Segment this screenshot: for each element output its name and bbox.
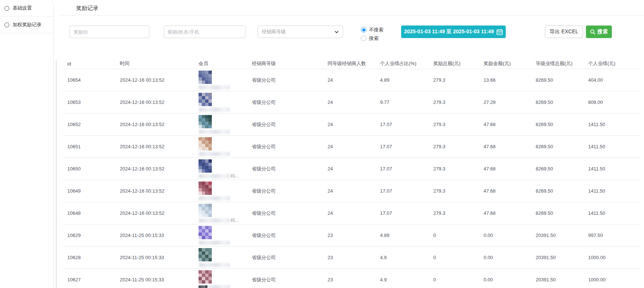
cell-id: 10653 — [64, 91, 116, 113]
member-avatar — [199, 159, 212, 173]
table-row: 10653 2024-12-16 00:13:52 省级分公司 24 9.77 … — [64, 91, 641, 113]
cell-dealer-level: 省级分公司 — [248, 69, 324, 91]
cell-personal-ratio: 4.9 — [376, 269, 430, 288]
member-name-blurred — [199, 262, 231, 267]
cell-id: 10629 — [64, 224, 116, 247]
col-header-time: 时间 — [116, 58, 195, 69]
cell-id: 10648 — [64, 202, 116, 224]
nickname-name-phone-input[interactable] — [164, 26, 245, 38]
blur-strip — [199, 108, 230, 112]
cell-personal-ratio: 17.07 — [376, 136, 430, 158]
sidebar-item-weighted-reward-records[interactable]: 加权奖励记录 — [0, 17, 53, 33]
cell-time: 2024-11-25 00:15:33 — [116, 269, 195, 288]
table-header-row: id 时间 会员 经销商等级 同等级经销商人数 个人业绩占比(%) 奖励总额(元… — [64, 58, 641, 69]
member-cell — [199, 180, 248, 202]
sidebar: 基础设置 加权奖励记录 — [0, 0, 54, 288]
cell-member — [195, 91, 248, 113]
member-avatar — [199, 248, 212, 261]
member-name-blurred — [199, 151, 231, 156]
blur-strip — [199, 152, 230, 156]
cell-level-total: 20391.50 — [532, 247, 584, 269]
partial-next-row-avatar — [199, 285, 207, 288]
search-button[interactable]: 搜索 — [586, 26, 612, 38]
cell-time: 2024-11-25 00:15:33 — [116, 247, 195, 269]
radio-search-label: 搜索 — [369, 35, 379, 42]
cell-member: 码... — [195, 202, 248, 224]
scrollbar[interactable] — [56, 60, 57, 288]
col-header-peer-count: 同等级经销商人数 — [324, 58, 376, 69]
cell-time: 2024-12-16 00:13:52 — [116, 180, 195, 202]
blur-strip — [199, 196, 230, 200]
cell-peer-count: 23 — [324, 269, 376, 288]
records-table: id 时间 会员 经销商等级 同等级经销商人数 个人业绩占比(%) 奖励总额(元… — [64, 58, 641, 288]
cell-id: 10627 — [64, 269, 116, 288]
search-icon — [590, 29, 596, 35]
radio-no-search-label: 不搜索 — [369, 27, 383, 33]
circle-icon — [4, 23, 9, 27]
cell-member — [195, 69, 248, 91]
cell-personal-amount: 1411.50 — [584, 136, 641, 158]
date-range-button[interactable]: 2025-01-03 11:49 至 2025-01-03 11:49 — [401, 26, 506, 38]
cell-time: 2024-11-25 00:15:33 — [116, 224, 195, 247]
cell-personal-amount: 1411.50 — [584, 202, 641, 224]
cell-reward-amount: 27.29 — [480, 91, 532, 113]
reward-id-input[interactable] — [70, 26, 149, 38]
member-avatar — [199, 93, 212, 106]
cell-id: 10649 — [64, 180, 116, 202]
col-header-reward-total: 奖励总额(元) — [430, 58, 480, 69]
cell-personal-amount: 1411.50 — [584, 113, 641, 136]
cell-level-total: 20391.50 — [532, 224, 584, 247]
cell-id: 10654 — [64, 69, 116, 91]
member-name-blurred: 码... — [199, 218, 239, 223]
cell-reward-amount: 0.00 — [480, 247, 532, 269]
cell-peer-count: 24 — [324, 158, 376, 180]
cell-personal-ratio: 9.77 — [376, 91, 430, 113]
sidebar-item-label: 加权奖励记录 — [13, 21, 41, 28]
cell-time: 2024-12-16 00:13:52 — [116, 113, 195, 136]
cell-personal-amount: 1000.00 — [584, 269, 641, 288]
cell-peer-count: 24 — [324, 91, 376, 113]
member-avatar — [199, 182, 212, 195]
cell-dealer-level: 省级分公司 — [248, 269, 324, 288]
sidebar-item-basic-settings[interactable]: 基础设置 — [0, 0, 53, 17]
member-avatar — [199, 137, 212, 150]
member-avatar — [199, 270, 212, 284]
table-row: 10627 2024-11-25 00:15:33 省级分公司 23 4.9 0… — [64, 269, 641, 288]
export-excel-button[interactable]: 导出 EXCEL — [545, 26, 583, 38]
table-row: 10649 2024-12-16 00:13:52 省级分公司 24 17.07… — [64, 180, 641, 202]
search-button-label: 搜索 — [597, 28, 608, 35]
radio-no-search[interactable]: 不搜索 — [361, 26, 383, 34]
table-row: 10650 2024-12-16 00:13:52 码... 省级分公司 24 … — [64, 158, 641, 180]
dealer-level-select[interactable]: 经销商等级 — [258, 26, 343, 38]
cell-personal-ratio: 17.07 — [376, 180, 430, 202]
cell-member — [195, 136, 248, 158]
member-name-blurred — [199, 240, 231, 245]
cell-reward-amount: 0.00 — [480, 224, 532, 247]
radio-search[interactable]: 搜索 — [361, 34, 383, 43]
radio-selected-icon — [361, 27, 366, 33]
member-cell: 码... — [199, 202, 248, 224]
cell-reward-total: 279.3 — [430, 180, 480, 202]
app-window: 基础设置 加权奖励记录 奖励记录 经销商等级 不搜索 搜索 2025-01-03… — [0, 0, 644, 288]
cell-personal-amount: 808.00 — [584, 91, 641, 113]
member-name-visible-suffix: 码... — [231, 217, 239, 224]
cell-reward-total: 0 — [430, 247, 480, 269]
cell-level-total: 8269.50 — [532, 91, 584, 113]
cell-reward-amount: 47.68 — [480, 180, 532, 202]
cell-id: 10652 — [64, 113, 116, 136]
cell-level-total: 20391.50 — [532, 269, 584, 288]
cell-personal-amount: 1411.50 — [584, 158, 641, 180]
cell-member — [195, 180, 248, 202]
cell-reward-amount: 47.68 — [480, 136, 532, 158]
cell-id: 10628 — [64, 247, 116, 269]
member-avatar — [199, 226, 212, 239]
export-excel-label: 导出 EXCEL — [550, 28, 579, 35]
cell-member — [195, 113, 248, 136]
cell-peer-count: 24 — [324, 69, 376, 91]
col-header-level-total: 等级业绩总额(元) — [532, 58, 584, 69]
cell-reward-total: 279.3 — [430, 158, 480, 180]
col-header-personal-ratio: 个人业绩占比(%) — [376, 58, 430, 69]
page-title: 奖励记录 — [76, 5, 98, 12]
cell-personal-amount: 404.00 — [584, 69, 641, 91]
member-avatar — [199, 115, 212, 128]
